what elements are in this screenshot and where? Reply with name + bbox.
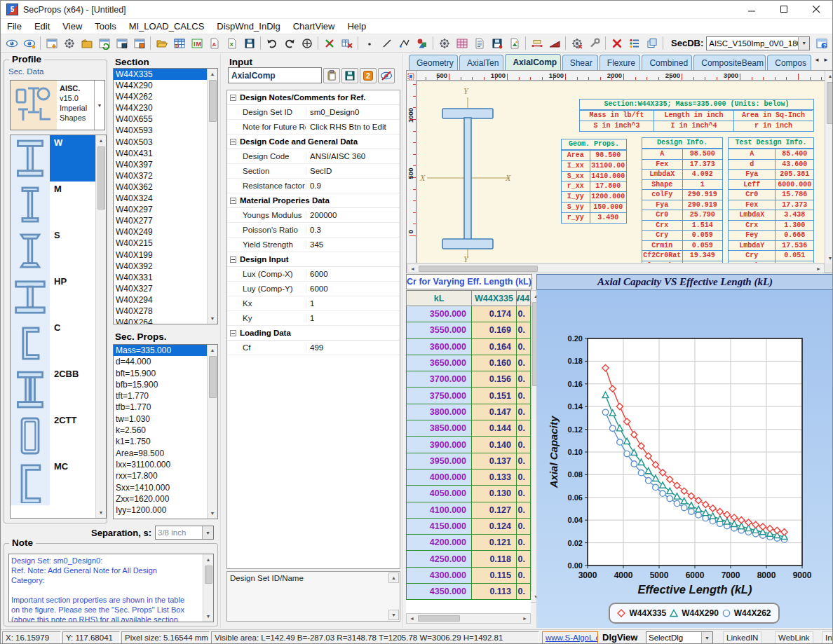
section-item[interactable]: W40X362 bbox=[114, 181, 217, 193]
tab-flexure[interactable]: Flexure bbox=[600, 55, 641, 70]
drawing-vscrollbar[interactable]: ▲ ▼ bbox=[825, 71, 833, 263]
wheel-config-button[interactable] bbox=[568, 35, 585, 51]
menu-chartview[interactable]: ChartView bbox=[287, 20, 341, 33]
excel-doc-button[interactable]: X bbox=[223, 35, 241, 51]
secdb-combobox[interactable]: AISC_V150Imp_0V0_180820▼ bbox=[706, 36, 810, 50]
cr-kl-cell[interactable]: 4150.000 bbox=[406, 519, 472, 535]
cr-value-cell[interactable]: 0.118 bbox=[472, 551, 517, 567]
splitter-left[interactable] bbox=[220, 54, 222, 628]
collapse-icon[interactable] bbox=[230, 256, 236, 263]
section-item[interactable]: W40X397 bbox=[114, 159, 217, 170]
folder-3d-button[interactable] bbox=[78, 35, 95, 51]
redo-button[interactable] bbox=[280, 35, 298, 51]
scroll-left-icon[interactable]: ◄ bbox=[407, 264, 418, 273]
scroll-down-icon[interactable]: ▼ bbox=[203, 611, 214, 622]
grid-category[interactable]: Material Properies Data bbox=[227, 193, 400, 208]
cr-value-cell[interactable]: 0. bbox=[517, 551, 531, 567]
cr-value-cell[interactable]: 0. bbox=[517, 306, 531, 322]
delete-x-button[interactable] bbox=[608, 35, 625, 51]
cr-kl-cell[interactable]: 3900.000 bbox=[406, 437, 472, 453]
sec-prop-item[interactable]: bft=15.900 bbox=[114, 368, 217, 379]
grid-field-value[interactable]: 1 bbox=[306, 314, 400, 322]
grid-field-value[interactable]: 0.3 bbox=[306, 226, 400, 234]
cr-value-cell[interactable]: 0.127 bbox=[472, 502, 517, 519]
cr-value-cell[interactable]: 0.137 bbox=[472, 453, 517, 470]
scroll-up-icon[interactable]: ▲ bbox=[208, 69, 218, 79]
sec-prop-scrollbar[interactable]: ▲▼ bbox=[207, 345, 217, 519]
shape-database-selector[interactable]: AISC. v15.0 Imperial Shapes ▼ bbox=[10, 80, 105, 130]
db-dropdown-arrow-icon[interactable]: ▼ bbox=[94, 81, 104, 130]
profile-item-c[interactable]: C bbox=[11, 320, 106, 366]
pin-delete-button[interactable] bbox=[338, 35, 355, 51]
open-folder-button[interactable] bbox=[153, 35, 170, 51]
section-item[interactable]: W44X335 bbox=[114, 69, 217, 80]
cr-kl-cell[interactable]: 3950.000 bbox=[406, 453, 472, 470]
scroll-down-icon[interactable]: ▼ bbox=[825, 253, 833, 263]
cr-kl-cell[interactable]: 4100.000 bbox=[406, 502, 472, 519]
cr-value-cell[interactable]: 0. bbox=[517, 568, 531, 584]
cr-value-cell[interactable]: 0.133 bbox=[472, 470, 517, 486]
cr-value-cell[interactable]: 0.174 bbox=[472, 306, 517, 322]
cr-kl-cell[interactable]: 4050.000 bbox=[406, 486, 472, 502]
undo-button[interactable] bbox=[263, 35, 280, 51]
cr-kl-cell[interactable]: 3600.000 bbox=[406, 339, 472, 355]
grid-field-value[interactable]: 6000 bbox=[306, 285, 400, 293]
im-view-button[interactable]: IM bbox=[188, 35, 205, 51]
section-drawing-canvas[interactable]: Y Y X X Section:W44X335; Mass=335.000 (U… bbox=[416, 81, 825, 263]
cr-value-cell[interactable]: 0. bbox=[517, 355, 531, 371]
section-wheel-button[interactable] bbox=[435, 35, 453, 51]
profile-item-2ctt[interactable]: 2CTT bbox=[11, 413, 106, 459]
grid-field-value[interactable]: 499 bbox=[306, 343, 400, 352]
scroll-up-icon[interactable]: ▲ bbox=[203, 554, 214, 565]
cr-value-cell[interactable]: 0. bbox=[517, 486, 531, 502]
cr-value-cell[interactable]: 0. bbox=[517, 404, 531, 420]
note-scrollbar[interactable]: ▲ ▼ bbox=[203, 554, 213, 622]
section-item[interactable]: W40X392 bbox=[114, 261, 217, 272]
dlg-dropdown-arrow-icon[interactable]: ▼ bbox=[701, 632, 712, 643]
cr-value-cell[interactable]: 0.169 bbox=[472, 322, 517, 338]
grid-field-value[interactable]: ANSI/AISC 360 bbox=[306, 152, 400, 160]
export-img-button[interactable] bbox=[506, 35, 523, 51]
cr-value-cell[interactable]: 0. bbox=[517, 388, 531, 404]
cr-column-header[interactable]: W44X bbox=[517, 290, 531, 306]
splitter-right[interactable] bbox=[402, 54, 404, 628]
grid-field-value[interactable]: sm0_Design0 bbox=[306, 108, 400, 116]
scroll-up-icon[interactable]: ▲ bbox=[96, 135, 107, 146]
sec-prop-item[interactable]: tw=1.030 bbox=[114, 413, 217, 425]
cr-value-cell[interactable]: 0.130 bbox=[472, 486, 517, 502]
sec-prop-item[interactable]: k1=1.750 bbox=[114, 436, 217, 447]
section-item[interactable]: W44X262 bbox=[114, 91, 217, 102]
pin-cross-button[interactable] bbox=[320, 35, 338, 51]
cr-kl-cell[interactable]: 3800.000 bbox=[406, 404, 472, 420]
cr-value-cell[interactable]: 0. bbox=[517, 371, 531, 388]
eye-preview-button[interactable] bbox=[3, 35, 20, 51]
cr-value-cell[interactable]: 0.115 bbox=[472, 568, 517, 584]
section-scrollbar[interactable]: ▲▼ bbox=[207, 69, 217, 324]
collapse-icon[interactable] bbox=[230, 95, 236, 101]
cr-kl-cell[interactable]: 3700.000 bbox=[406, 371, 472, 388]
grid-field-value[interactable]: 200000 bbox=[306, 211, 400, 219]
section-item[interactable]: W40X264 bbox=[114, 317, 217, 324]
cr-value-cell[interactable]: 0. bbox=[517, 339, 531, 355]
tab-scroll-right-icon[interactable]: ► bbox=[823, 57, 829, 63]
cr-value-cell[interactable]: 0.156 bbox=[472, 371, 517, 388]
cr-value-cell[interactable]: 0. bbox=[517, 470, 531, 486]
grid-category[interactable]: Design Code and General Data bbox=[227, 135, 400, 149]
section-item[interactable]: W40X324 bbox=[114, 193, 217, 204]
tab-axialten[interactable]: AxialTen bbox=[459, 55, 503, 70]
sec-prop-item[interactable]: rxx=17.800 bbox=[114, 470, 217, 481]
grid-field-value[interactable]: 0.9 bbox=[306, 181, 400, 190]
ruler-origin-icon[interactable] bbox=[407, 71, 416, 81]
scroll-right-icon[interactable]: ► bbox=[813, 264, 824, 273]
secdb-dropdown-arrow-icon[interactable]: ▼ bbox=[798, 37, 809, 50]
cr-value-cell[interactable]: 0.160 bbox=[472, 355, 517, 371]
menu-tools[interactable]: Tools bbox=[88, 20, 122, 33]
section-item[interactable]: W40X655 bbox=[114, 114, 217, 125]
cr-kl-cell[interactable]: 3550.000 bbox=[406, 322, 472, 338]
note-textarea[interactable]: Design Set: sm0_Design0: Ref. Note: Add … bbox=[8, 554, 214, 622]
sec-prop-item[interactable]: bfb=15.900 bbox=[114, 379, 217, 390]
dlg-select-combobox[interactable]: SelectDlg▼ bbox=[646, 631, 713, 644]
paste-button[interactable] bbox=[323, 68, 340, 83]
design-name-input[interactable] bbox=[228, 67, 322, 83]
section-item[interactable]: W40X215 bbox=[114, 238, 217, 249]
